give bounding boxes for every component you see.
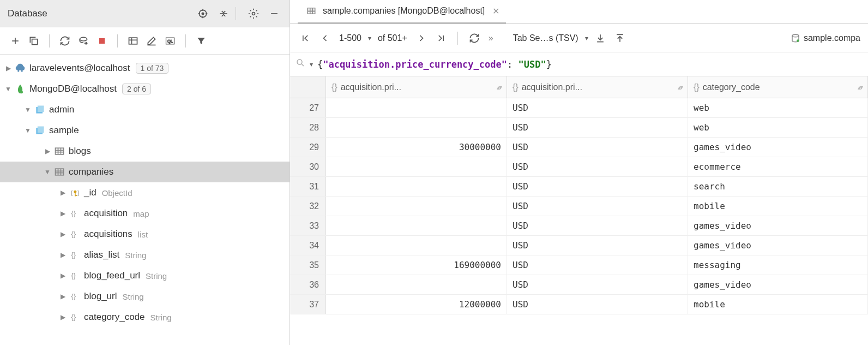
schema-item[interactable]: sample: [0, 120, 290, 141]
more-icon[interactable]: »: [486, 33, 496, 43]
filter-icon[interactable]: [194, 33, 209, 49]
column-item[interactable]: {}blog_urlString: [0, 286, 290, 307]
cell[interactable]: USD: [507, 295, 688, 314]
cell[interactable]: USD: [507, 157, 688, 176]
next-page-icon[interactable]: [414, 31, 429, 46]
expand-arrow-icon[interactable]: [58, 272, 68, 279]
cell[interactable]: games_video: [688, 236, 868, 255]
cell[interactable]: [326, 197, 507, 216]
expand-arrow-icon[interactable]: [58, 293, 68, 300]
sort-icon[interactable]: ▴▾: [858, 84, 862, 91]
chevron-down-icon[interactable]: ▾: [310, 61, 313, 68]
column-item[interactable]: {}category_codeString: [0, 307, 290, 328]
close-icon[interactable]: ✕: [492, 6, 499, 16]
cell[interactable]: USD: [507, 177, 688, 196]
table-row[interactable]: 2930000000USDgames_video: [290, 138, 868, 157]
column-item[interactable]: {}blog_feed_urlString: [0, 265, 290, 286]
column-item[interactable]: {}acquisitionmap: [0, 203, 290, 224]
ql-console-icon[interactable]: QL: [162, 33, 178, 49]
cell[interactable]: [326, 157, 507, 176]
stop-icon[interactable]: [94, 33, 110, 49]
table-row[interactable]: 3712000000USDmobile: [290, 295, 868, 314]
duplicate-icon[interactable]: [26, 33, 41, 49]
column-item[interactable]: {}_idObjectId: [0, 182, 290, 203]
tab-companies[interactable]: sample.companies [MongoDB@localhost] ✕: [298, 0, 506, 24]
table-view-icon[interactable]: [125, 33, 141, 49]
reload-icon[interactable]: [467, 31, 482, 46]
chevron-down-icon[interactable]: ▾: [368, 34, 371, 42]
gear-icon[interactable]: [246, 6, 261, 21]
breadcrumb[interactable]: sample.compa: [791, 33, 860, 43]
cell[interactable]: [326, 236, 507, 255]
cell[interactable]: 169000000: [326, 255, 507, 275]
upload-icon[interactable]: [612, 31, 628, 46]
cell[interactable]: web: [688, 118, 868, 137]
cell[interactable]: USD: [507, 275, 688, 294]
filter-query[interactable]: {"acquisition.price_currency_code": "USD…: [317, 59, 552, 70]
cell[interactable]: USD: [507, 236, 688, 255]
last-page-icon[interactable]: [433, 31, 449, 46]
table-row[interactable]: 31USDsearch: [290, 177, 868, 197]
datasource-item[interactable]: laravelevents@localhost 1 of 73: [0, 58, 290, 79]
expand-arrow-icon[interactable]: [23, 127, 33, 134]
cell[interactable]: games_video: [688, 275, 868, 294]
table-row[interactable]: 35169000000USDmessaging: [290, 255, 868, 275]
cell[interactable]: 30000000: [326, 138, 507, 157]
expand-arrow-icon[interactable]: [23, 106, 33, 114]
expand-arrow-icon[interactable]: [58, 189, 68, 197]
cell[interactable]: [326, 177, 507, 196]
sort-icon[interactable]: ▴▾: [497, 84, 501, 91]
cell[interactable]: mobile: [688, 197, 868, 216]
table-row[interactable]: 34USDgames_video: [290, 236, 868, 255]
table-row[interactable]: 30USDecommerce: [290, 157, 868, 177]
table-item[interactable]: blogs: [0, 141, 290, 162]
table-row[interactable]: 36USDgames_video: [290, 275, 868, 295]
cell[interactable]: USD: [507, 118, 688, 137]
filter-row[interactable]: ▾ {"acquisition.price_currency_code": "U…: [290, 52, 868, 76]
edit-icon[interactable]: [144, 33, 159, 49]
expand-arrow-icon[interactable]: [43, 168, 52, 176]
cell[interactable]: [326, 275, 507, 294]
cell[interactable]: USD: [507, 138, 688, 157]
cell[interactable]: [326, 216, 507, 235]
expand-arrow-icon[interactable]: [58, 230, 68, 238]
column-header[interactable]: {}acquisition.pri...▴▾: [326, 76, 507, 98]
schema-item[interactable]: admin: [0, 99, 290, 120]
cell[interactable]: messaging: [688, 255, 868, 275]
expand-arrow-icon[interactable]: [58, 313, 68, 321]
download-icon[interactable]: [593, 31, 608, 46]
cell[interactable]: 12000000: [326, 295, 507, 314]
cell[interactable]: games_video: [688, 138, 868, 157]
table-row[interactable]: 27USDweb: [290, 98, 868, 118]
cell[interactable]: USD: [507, 98, 688, 117]
column-header[interactable]: {}acquisition.pri...▴▾: [507, 76, 688, 98]
cell[interactable]: search: [688, 177, 868, 196]
expand-arrow-icon[interactable]: [58, 251, 68, 259]
page-range[interactable]: 1-500: [337, 33, 364, 43]
cell[interactable]: games_video: [688, 216, 868, 235]
sort-icon[interactable]: ▴▾: [678, 84, 682, 91]
column-header[interactable]: {}category_code▴▾: [688, 76, 868, 98]
collapse-icon[interactable]: [216, 6, 231, 21]
table-row[interactable]: 32USDmobile: [290, 197, 868, 216]
cell[interactable]: web: [688, 98, 868, 117]
refresh-icon[interactable]: [57, 33, 73, 49]
table-row[interactable]: 33USDgames_video: [290, 216, 868, 236]
target-icon[interactable]: [195, 6, 210, 21]
cell[interactable]: mobile: [688, 295, 868, 314]
cell[interactable]: [326, 98, 507, 117]
expand-arrow-icon[interactable]: [43, 147, 52, 155]
sync-icon[interactable]: [76, 33, 91, 49]
cell[interactable]: USD: [507, 216, 688, 235]
chevron-down-icon[interactable]: ▾: [585, 34, 588, 42]
cell[interactable]: USD: [507, 255, 688, 275]
datasource-item[interactable]: MongoDB@localhost 2 of 6: [0, 79, 290, 99]
expand-arrow-icon[interactable]: [58, 210, 68, 217]
cell[interactable]: [326, 118, 507, 137]
prev-page-icon[interactable]: [317, 31, 333, 46]
cell[interactable]: USD: [507, 197, 688, 216]
column-item[interactable]: {}alias_listString: [0, 245, 290, 265]
add-icon[interactable]: [8, 33, 23, 49]
table-row[interactable]: 28USDweb: [290, 118, 868, 138]
expand-arrow-icon[interactable]: [3, 85, 13, 93]
